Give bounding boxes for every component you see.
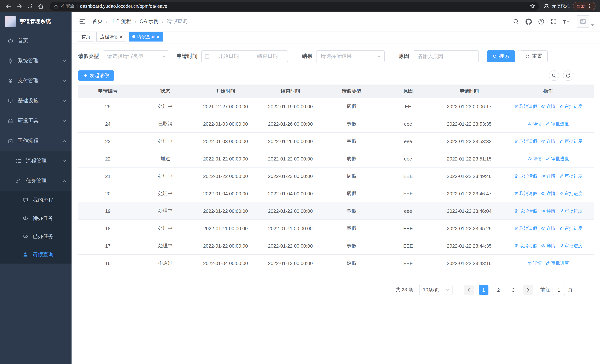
help-icon[interactable] (538, 18, 544, 25)
action-detail-link[interactable]: 详情 (541, 243, 555, 249)
next-page-button[interactable] (523, 285, 533, 295)
address-separator (77, 4, 77, 9)
kebab-menu-icon[interactable] (587, 4, 592, 9)
sidebar-item-done-tasks[interactable]: 已办任务 (0, 227, 72, 245)
cell-actions: 取消请假详情审批进度 (503, 202, 594, 219)
action-detail-link[interactable]: 详情 (541, 225, 555, 232)
action-cancel-link[interactable]: 取消请假 (514, 208, 537, 214)
prev-page-button[interactable] (464, 285, 474, 295)
action-detail-link[interactable]: 详情 (527, 121, 542, 127)
close-icon[interactable]: × (157, 34, 159, 39)
github-icon[interactable] (525, 18, 532, 25)
browser-update-button[interactable]: 更新 (573, 2, 596, 10)
page-button-3[interactable]: 3 (508, 285, 518, 295)
sidebar-item-infrastructure[interactable]: 基础设施 (0, 91, 72, 111)
sidebar-item-home[interactable]: 首页 (0, 31, 72, 51)
action-detail-link[interactable]: 详情 (541, 190, 555, 197)
page-button-2[interactable]: 2 (494, 285, 503, 295)
action-progress-link[interactable]: 审批进度 (545, 121, 569, 127)
action-progress-link[interactable]: 审批进度 (559, 208, 582, 214)
sidebar-item-workflow[interactable]: 工作流程 (0, 131, 72, 151)
action-detail-link[interactable]: 详情 (541, 103, 555, 110)
action-progress-link[interactable]: 审批进度 (559, 173, 582, 179)
table-row[interactable]: 24已取消2022-01-03 00:00:002022-01-26 00:00… (78, 115, 594, 133)
action-progress-link[interactable]: 审批进度 (545, 260, 569, 266)
page-size-select[interactable]: 10条/页 (419, 285, 452, 295)
action-progress-link[interactable]: 审批进度 (559, 243, 582, 249)
action-detail-link[interactable]: 详情 (527, 156, 542, 162)
action-progress-link[interactable]: 审批进度 (559, 138, 582, 144)
bookmark-star-icon[interactable] (530, 3, 535, 9)
leave-type-select[interactable]: 请选择请假类型 (103, 50, 169, 62)
font-size-icon[interactable]: TT (563, 19, 570, 24)
action-progress-link[interactable]: 审批进度 (559, 103, 582, 110)
table-row[interactable]: 22通过2022-01-22 00:00:002022-01-22 00:00:… (78, 150, 594, 168)
search-icon[interactable] (513, 18, 519, 25)
eye-off-icon (23, 233, 28, 239)
sidebar-item-system[interactable]: 系统管理 (0, 51, 72, 71)
action-cancel-link[interactable]: 取消请假 (514, 103, 537, 110)
table-row[interactable]: 23处理中2022-01-03 00:00:002022-01-26 00:00… (78, 133, 594, 150)
user-menu[interactable] (577, 15, 594, 28)
action-progress-link[interactable]: 审批进度 (559, 225, 582, 232)
sidebar-item-leave-query[interactable]: 请假查询 (0, 245, 72, 263)
cell-end-time: 2022-01-26 00:00:00 (258, 115, 323, 132)
action-detail-link[interactable]: 详情 (541, 208, 555, 214)
breadcrumb-item[interactable]: 首页 (92, 18, 103, 25)
cell-start-time: 2022-01-03 00:00:00 (193, 133, 258, 150)
address-bar[interactable]: 不安全 dashboard.yudao.iocoder.cn/bpm/oa/le… (50, 2, 539, 10)
reason-input[interactable] (413, 51, 478, 62)
table-row[interactable]: 16不通过2022-01-04 00:00:002022-01-13 00:00… (78, 255, 594, 272)
cell-apply-id: 21 (78, 168, 138, 185)
sidebar-item-todo-tasks[interactable]: 待办任务 (0, 209, 72, 227)
table-row[interactable]: 18处理中2022-01-11 00:00:002022-01-11 00:00… (78, 220, 594, 237)
sidebar-item-my-process[interactable]: 我的流程 (0, 191, 72, 209)
table-row[interactable]: 20处理中2022-01-04 00:00:002022-01-04 00:00… (78, 185, 594, 202)
action-detail-link[interactable]: 详情 (541, 138, 555, 144)
tab-leave-query[interactable]: 请假查询 × (128, 32, 163, 42)
apply-time-range-picker[interactable]: 开始日期 - 结束日期 (201, 50, 288, 62)
action-detail-link[interactable]: 详情 (527, 260, 542, 266)
refresh-icon[interactable] (563, 70, 573, 81)
reset-button[interactable]: 重置 (520, 50, 548, 62)
sidebar-item-process-management[interactable]: 流程管理 (0, 151, 72, 171)
result-select[interactable]: 请选择流结果 (316, 50, 385, 62)
page-button-1[interactable]: 1 (479, 285, 488, 295)
action-progress-link[interactable]: 审批进度 (545, 156, 569, 162)
action-cancel-link[interactable]: 取消请假 (514, 190, 537, 197)
action-cancel-link[interactable]: 取消请假 (514, 173, 537, 179)
table-row[interactable]: 21处理中2022-01-22 00:00:002022-01-23 00:00… (78, 168, 594, 185)
hamburger-icon[interactable] (77, 17, 87, 26)
search-button[interactable]: 搜索 (487, 50, 515, 62)
cell-reason: eee (380, 202, 436, 219)
tab-home[interactable]: 首页 (78, 32, 94, 42)
back-icon[interactable] (4, 1, 13, 11)
action-cancel-link[interactable]: 取消请假 (514, 225, 537, 232)
table-row[interactable]: 17处理中2022-01-22 00:00:002022-01-22 00:00… (78, 237, 594, 255)
action-cancel-link[interactable]: 取消请假 (514, 243, 537, 249)
sidebar-item-devtools[interactable]: 研发工具 (0, 111, 72, 131)
reload-icon[interactable] (25, 1, 35, 11)
table-row[interactable]: 25处理中2021-12-27 00:00:002022-01-19 00:00… (78, 98, 594, 115)
app-logo[interactable]: 芋道管理系统 (0, 12, 72, 31)
action-cancel-link[interactable]: 取消请假 (514, 138, 537, 144)
tab-process-detail[interactable]: 流程详情 × (96, 32, 126, 42)
cell-leave-type: 事假 (323, 133, 380, 150)
goto-page-input[interactable] (553, 285, 565, 295)
create-leave-button[interactable]: 发起请假 (78, 70, 114, 81)
hide-search-icon[interactable] (549, 70, 559, 81)
update-label: 更新 (577, 3, 586, 9)
action-progress-link[interactable]: 审批进度 (559, 190, 582, 197)
cell-actions: 取消请假详情审批进度 (503, 98, 594, 115)
forward-icon[interactable] (14, 1, 24, 11)
breadcrumb-item[interactable]: OA 示例 (140, 18, 159, 25)
sidebar-item-task-management[interactable]: 任务管理 (0, 171, 72, 191)
sidebar-item-payment[interactable]: 支付管理 (0, 71, 72, 91)
home-icon[interactable] (36, 1, 45, 11)
action-detail-link[interactable]: 详情 (541, 173, 555, 179)
breadcrumb-item[interactable]: 工作流程 (111, 18, 131, 25)
table-row[interactable]: 19处理中2022-01-22 00:00:002022-01-22 00:00… (78, 202, 594, 220)
sidebar-item-label: 任务管理 (26, 177, 47, 184)
close-icon[interactable]: × (120, 34, 122, 39)
fullscreen-icon[interactable] (551, 19, 557, 24)
